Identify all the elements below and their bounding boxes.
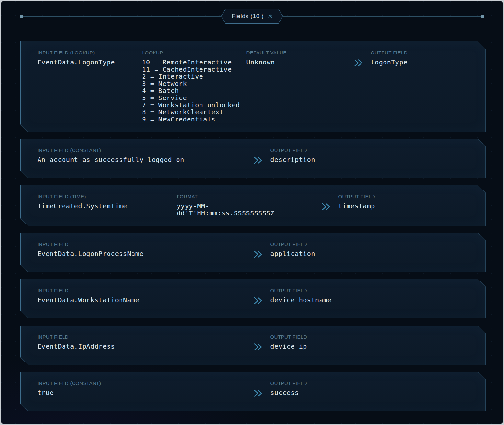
field-card-device-ip: INPUT FIELD EventData.IpAddress OUTPUT F… [20, 326, 486, 365]
chevron-double-right-icon [253, 389, 263, 397]
input-field-value: true [38, 389, 253, 396]
chevron-double-right-icon [253, 156, 263, 165]
output-field-value: timestamp [338, 202, 469, 210]
input-field-label: INPUT FIELD [38, 334, 253, 340]
lookup-entry: 4 = Batch [142, 87, 241, 94]
rule-endcap-left [20, 15, 23, 18]
rule-endcap-right [481, 15, 484, 18]
output-field-value: logonType [371, 59, 469, 66]
output-field-label: OUTPUT FIELD [270, 380, 469, 386]
chevron-double-right-icon [321, 202, 331, 211]
format-label: FORMAT [177, 194, 321, 200]
output-field-label: OUTPUT FIELD [338, 194, 469, 200]
field-card-logon-type: INPUT FIELD (LOOKUP) EventData.LogonType… [20, 41, 486, 132]
field-card-application: INPUT FIELD EventData.LogonProcessName O… [20, 233, 486, 272]
input-field-value: TimeCreated.SystemTime [38, 202, 177, 210]
field-card-success: INPUT FIELD (CONSTANT) true OUTPUT FIELD… [20, 372, 486, 411]
chevron-double-right-icon [253, 343, 263, 351]
input-field-label: INPUT FIELD (LOOKUP) [38, 50, 142, 56]
output-field-value: success [270, 389, 469, 396]
header-rule-left [23, 16, 221, 17]
input-field-column: INPUT FIELD (TIME) TimeCreated.SystemTim… [38, 194, 177, 210]
lookup-entry: 10 = RemoteInteractive [142, 59, 241, 66]
lookup-entry: 2 = Interactive [142, 73, 241, 80]
input-field-column: INPUT FIELD (CONSTANT) true [38, 380, 253, 396]
field-card-timestamp: INPUT FIELD (TIME) TimeCreated.SystemTim… [20, 185, 486, 226]
output-field-column: OUTPUT FIELD device_ip [270, 334, 469, 350]
lookup-entry: 5 = Service [142, 94, 241, 101]
lookup-values: 10 = RemoteInteractive 11 = CachedIntera… [142, 59, 246, 123]
output-field-column: OUTPUT FIELD timestamp [338, 194, 469, 210]
fields-title: Fields (10 ) [232, 13, 264, 20]
field-card-device-hostname: INPUT FIELD EventData.WorkstationName OU… [20, 279, 486, 318]
input-field-value: EventData.WorkstationName [38, 296, 253, 304]
chevron-double-right-icon [353, 59, 363, 67]
header-rule-right [283, 16, 481, 17]
input-field-label: INPUT FIELD [38, 241, 253, 247]
input-field-column: INPUT FIELD EventData.LogonProcessName [38, 241, 253, 257]
output-field-column: OUTPUT FIELD logonType [371, 50, 469, 66]
input-field-value: An account as successfully logged on [38, 156, 253, 163]
output-field-column: OUTPUT FIELD application [270, 241, 469, 257]
output-field-label: OUTPUT FIELD [371, 50, 469, 56]
format-column: FORMAT yyyy-MM-dd'T'HH:mm:ss.SSSSSSSSSZ [177, 194, 321, 217]
default-value: Unknown [246, 59, 353, 66]
output-field-value: device_ip [270, 343, 469, 350]
lookup-column: LOOKUP 10 = RemoteInteractive 11 = Cache… [142, 50, 246, 123]
fields-header-tag[interactable]: Fields (10 ) [221, 9, 283, 24]
input-field-column: INPUT FIELD (LOOKUP) EventData.LogonType [38, 50, 142, 66]
input-field-label: INPUT FIELD (CONSTANT) [38, 147, 253, 153]
chevron-double-up-icon[interactable] [268, 14, 273, 19]
output-field-label: OUTPUT FIELD [270, 288, 469, 293]
input-field-column: INPUT FIELD EventData.WorkstationName [38, 288, 253, 304]
input-field-column: INPUT FIELD (CONSTANT) An account as suc… [38, 147, 253, 163]
format-value: yyyy-MM-dd'T'HH:mm:ss.SSSSSSSSSZ [177, 202, 287, 217]
output-field-column: OUTPUT FIELD device_hostname [270, 288, 469, 304]
fields-panel: Fields (10 ) INPUT FIELD (LOOKUP) EventD… [1, 1, 503, 424]
lookup-entry: 3 = Network [142, 80, 241, 87]
input-field-value: EventData.IpAddress [38, 343, 253, 350]
input-field-value: EventData.LogonProcessName [38, 250, 253, 257]
output-field-label: OUTPUT FIELD [270, 241, 469, 247]
input-field-value: EventData.LogonType [38, 59, 142, 66]
input-field-column: INPUT FIELD EventData.IpAddress [38, 334, 253, 350]
lookup-label: LOOKUP [142, 50, 246, 56]
chevron-double-right-icon [253, 296, 263, 305]
field-mapping-list: INPUT FIELD (LOOKUP) EventData.LogonType… [20, 41, 486, 411]
input-field-label: INPUT FIELD (CONSTANT) [38, 380, 253, 386]
fields-section-header: Fields (10 ) [20, 9, 484, 23]
lookup-entry: 9 = NewCredentials [142, 116, 241, 123]
output-field-label: OUTPUT FIELD [270, 334, 469, 340]
output-field-value: device_hostname [270, 296, 469, 304]
lookup-entry: 11 = CachedInteractive [142, 66, 241, 73]
input-field-label: INPUT FIELD (TIME) [38, 194, 177, 200]
field-card-description: INPUT FIELD (CONSTANT) An account as suc… [20, 139, 486, 178]
lookup-entry: 7 = Workstation unlocked [142, 101, 241, 109]
default-value-label: DEFAULT VALUE [246, 50, 353, 56]
chevron-double-right-icon [253, 250, 263, 258]
output-field-value: application [270, 250, 469, 257]
output-field-column: OUTPUT FIELD success [270, 380, 469, 396]
input-field-label: INPUT FIELD [38, 288, 253, 293]
default-value-column: DEFAULT VALUE Unknown [246, 50, 353, 66]
output-field-value: description [270, 156, 469, 163]
lookup-entry: 8 = NetworkCleartext [142, 109, 241, 116]
output-field-label: OUTPUT FIELD [270, 147, 469, 153]
output-field-column: OUTPUT FIELD description [270, 147, 469, 163]
